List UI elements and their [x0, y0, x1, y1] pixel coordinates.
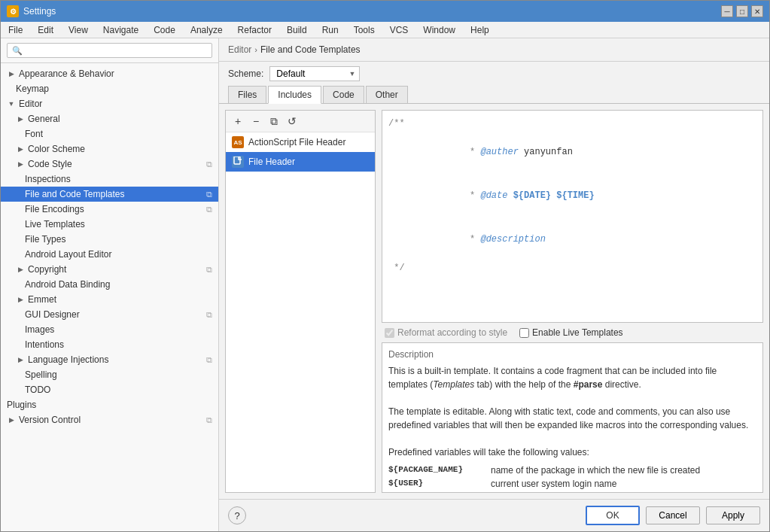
sidebar-item-android-data-binding[interactable]: Android Data Binding — [1, 277, 218, 292]
sidebar-item-copyright[interactable]: ▶ Copyright ⧉ — [1, 262, 218, 277]
sidebar-item-label: Emmet — [28, 294, 56, 305]
menu-navigate[interactable]: Navigate — [99, 23, 143, 37]
sidebar-item-label: File and Code Templates — [25, 189, 125, 199]
sidebar: 🔍 ▶ Appearance & Behavior Keymap ▼ E — [1, 38, 219, 531]
menu-file[interactable]: File — [4, 23, 27, 37]
sidebar-item-file-code-templates[interactable]: File and Code Templates ⧉ — [1, 187, 218, 202]
menu-vcs[interactable]: VCS — [385, 23, 413, 37]
add-template-button[interactable]: + — [230, 114, 245, 129]
sidebar-item-editor[interactable]: ▼ Editor — [1, 96, 218, 111]
sidebar-item-language-injections[interactable]: ▶ Language Injections ⧉ — [1, 352, 218, 367]
chevron-right-icon: ▶ — [7, 415, 16, 424]
file-header-icon — [232, 156, 244, 168]
search-wrap: 🔍 — [7, 43, 212, 58]
sidebar-item-emmet[interactable]: ▶ Emmet — [1, 292, 218, 307]
sidebar-item-label: File Types — [25, 234, 65, 245]
copy-icon: ⧉ — [206, 160, 212, 169]
chevron-right-icon: ▶ — [16, 160, 25, 169]
sidebar-item-todo[interactable]: TODO — [1, 382, 218, 397]
scheme-row: Scheme: Default Project — [219, 62, 769, 86]
tab-code[interactable]: Code — [323, 86, 364, 103]
remove-template-button[interactable]: − — [248, 114, 263, 129]
live-templates-option: Enable Live Templates — [519, 327, 623, 338]
chevron-down-icon: ▼ — [7, 99, 16, 108]
code-prefix: * — [464, 234, 481, 245]
sidebar-item-live-templates[interactable]: Live Templates — [1, 217, 218, 232]
sidebar-item-label: Spelling — [25, 369, 57, 380]
svg-rect-0 — [234, 157, 240, 164]
window-controls: ─ □ ✕ — [721, 5, 763, 17]
code-line-3: * @date ${DATE} ${TIME} — [388, 175, 756, 218]
app-icon: ⚙ — [7, 5, 19, 17]
menu-help[interactable]: Help — [466, 23, 494, 37]
breadcrumb-current: File and Code Templates — [260, 44, 361, 55]
help-button[interactable]: ? — [228, 506, 246, 524]
live-templates-checkbox[interactable] — [519, 328, 529, 338]
sidebar-item-label: Keymap — [16, 84, 49, 94]
menu-refactor[interactable]: Refactor — [233, 23, 276, 37]
sidebar-item-appearance[interactable]: ▶ Appearance & Behavior — [1, 66, 218, 81]
code-line-2: * @auther yanyunfan — [388, 131, 756, 175]
sidebar-item-intentions[interactable]: Intentions — [1, 337, 218, 352]
sidebar-item-font[interactable]: Font — [1, 126, 218, 141]
sidebar-item-file-encodings[interactable]: File Encodings ⧉ — [1, 202, 218, 217]
var-desc-user: current user system login name — [491, 479, 616, 489]
parse-word: #parse — [574, 379, 603, 390]
chevron-right-icon: ▶ — [16, 114, 25, 123]
code-prefix: * — [464, 147, 481, 157]
sidebar-item-file-types[interactable]: File Types — [1, 232, 218, 247]
minimize-button[interactable]: ─ — [721, 5, 733, 17]
breadcrumb-parent: Editor — [228, 44, 251, 55]
search-icon: 🔍 — [12, 46, 23, 56]
apply-button[interactable]: Apply — [706, 506, 760, 524]
reformat-option: Reformat according to style — [385, 327, 507, 338]
sidebar-item-label: GUI Designer — [25, 309, 80, 320]
code-editor[interactable]: /** * @auther yanyunfan * @date ${DATE} … — [382, 110, 763, 323]
sidebar-item-keymap[interactable]: Keymap — [1, 81, 218, 96]
tab-other[interactable]: Other — [366, 86, 408, 103]
close-button[interactable]: ✕ — [751, 5, 763, 17]
menu-code[interactable]: Code — [149, 23, 180, 37]
menu-view[interactable]: View — [64, 23, 93, 37]
sidebar-item-spelling[interactable]: Spelling — [1, 367, 218, 382]
code-tag-date: @date — [480, 190, 507, 201]
template-toolbar: + − ⧉ ↺ — [226, 111, 375, 132]
sidebar-item-label: Inspections — [25, 174, 71, 184]
sidebar-item-label: Appearance & Behavior — [19, 68, 114, 79]
cancel-button[interactable]: Cancel — [646, 506, 700, 524]
reset-template-button[interactable]: ↺ — [285, 114, 300, 129]
var-name-package: ${PACKAGE_NAME} — [388, 465, 479, 476]
menu-tools[interactable]: Tools — [349, 23, 379, 37]
copy-template-button[interactable]: ⧉ — [266, 114, 282, 129]
menu-edit[interactable]: Edit — [33, 23, 58, 37]
sidebar-item-images[interactable]: Images — [1, 322, 218, 337]
window-title: Settings — [23, 6, 56, 17]
maximize-button[interactable]: □ — [736, 5, 748, 17]
sidebar-item-android-layout-editor[interactable]: Android Layout Editor — [1, 247, 218, 262]
sidebar-item-color-scheme[interactable]: ▶ Color Scheme — [1, 141, 218, 157]
template-item-file-header[interactable]: File Header — [226, 152, 375, 172]
tab-files[interactable]: Files — [228, 86, 266, 103]
ok-button[interactable]: OK — [586, 506, 640, 525]
sidebar-item-general[interactable]: ▶ General — [1, 111, 218, 126]
search-input[interactable] — [26, 45, 207, 56]
sidebar-item-version-control[interactable]: ▶ Version Control ⧉ — [1, 412, 218, 427]
sidebar-item-plugins[interactable]: Plugins — [1, 397, 218, 412]
menu-analyze[interactable]: Analyze — [186, 23, 227, 37]
code-var-time: ${TIME} — [551, 190, 595, 201]
sidebar-tree: ▶ Appearance & Behavior Keymap ▼ Editor … — [1, 63, 218, 531]
scheme-select[interactable]: Default Project — [269, 66, 360, 81]
menu-window[interactable]: Window — [418, 23, 460, 37]
sidebar-item-code-style[interactable]: ▶ Code Style ⧉ — [1, 157, 218, 172]
template-item-actionscript[interactable]: AS ActionScript File Header — [226, 132, 375, 152]
sidebar-item-label: Intentions — [25, 339, 64, 350]
sidebar-item-inspections[interactable]: Inspections — [1, 172, 218, 187]
menu-build[interactable]: Build — [282, 23, 312, 37]
reformat-checkbox[interactable] — [385, 328, 394, 338]
menu-run[interactable]: Run — [318, 23, 343, 37]
sidebar-item-label: Plugins — [7, 400, 36, 410]
panel-header: Editor › File and Code Templates — [219, 38, 769, 62]
tab-includes[interactable]: Includes — [268, 86, 321, 104]
main-panel: Editor › File and Code Templates Scheme:… — [219, 38, 769, 531]
sidebar-item-gui-designer[interactable]: GUI Designer ⧉ — [1, 307, 218, 322]
